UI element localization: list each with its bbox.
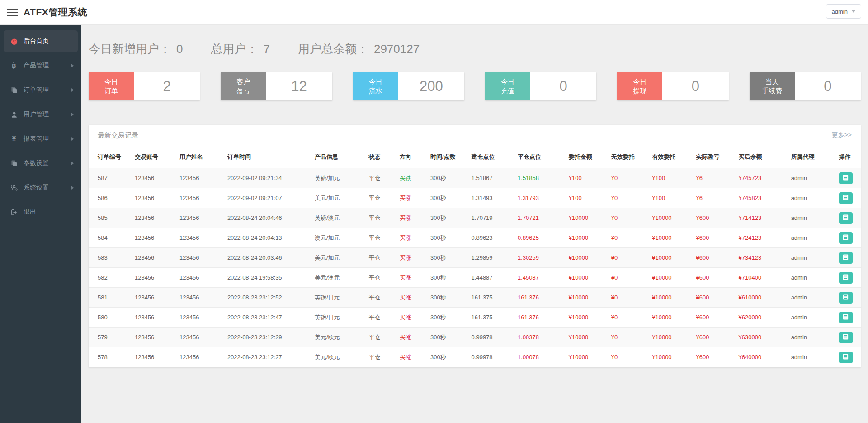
table-row: 5811234561234562022-08-23 23:12:52英镑/日元平… — [89, 288, 861, 308]
view-order-button[interactable] — [839, 332, 853, 343]
cell-action — [835, 328, 861, 347]
cell-time: 2022-08-23 23:12:29 — [224, 328, 311, 347]
cell-direction: 买涨 — [396, 188, 427, 208]
more-link[interactable]: 更多>> — [832, 131, 852, 139]
cell-name: 123456 — [176, 188, 224, 208]
cell-status: 平仓 — [365, 248, 396, 268]
list-icon — [842, 214, 849, 222]
list-icon — [842, 174, 849, 182]
cell-product: 美元/加元 — [311, 188, 365, 208]
cell-action — [835, 288, 861, 308]
cell-name: 123456 — [176, 208, 224, 228]
sidebar-item-products[interactable]: B产品管理 — [4, 55, 78, 76]
cell-status: 平仓 — [365, 308, 396, 328]
cell-invalid: ¥0 — [608, 268, 649, 288]
cell-name: 123456 — [176, 288, 224, 308]
cell-product: 英镑/日元 — [311, 308, 365, 328]
table-row: 5851234561234562022-08-24 20:04:46英镑/澳元平… — [89, 208, 861, 228]
cell-direction: 买涨 — [396, 288, 427, 308]
cell-action — [835, 228, 861, 248]
view-order-button[interactable] — [839, 272, 853, 284]
cell-status: 平仓 — [365, 208, 396, 228]
cell-id: 580 — [89, 308, 131, 328]
cell-profit: ¥600 — [693, 328, 735, 347]
sidebar-item-label: 参数设置 — [24, 159, 49, 167]
cell-action — [835, 347, 861, 367]
gear-icon — [9, 184, 19, 191]
view-order-button[interactable] — [839, 292, 853, 304]
main-content: 今日新增用户：0总用户：7用户总余额：2970127 今日 订单2客户 盈亏12… — [81, 25, 868, 423]
cell-direction: 买涨 — [396, 228, 427, 248]
list-icon — [842, 274, 849, 282]
user-menu-button[interactable]: admin — [826, 4, 861, 19]
stat-card-value: 0 — [795, 72, 861, 100]
column-header-status: 状态 — [365, 146, 396, 168]
cell-time: 2022-08-24 20:04:46 — [224, 208, 311, 228]
cell-invalid: ¥0 — [608, 288, 649, 308]
view-order-button[interactable] — [839, 312, 853, 323]
cell-profit: ¥600 — [693, 248, 735, 268]
sidebar-item-params[interactable]: 参数设置 — [4, 152, 78, 174]
trades-table: 订单编号交易账号用户姓名订单时间产品信息状态方向时间/点数建仓点位平仓点位委托金… — [89, 146, 861, 367]
cell-profit: ¥600 — [693, 228, 735, 248]
cell-amount: ¥10000 — [565, 288, 608, 308]
sidebar-item-home[interactable]: 后台首页 — [4, 30, 78, 52]
cell-product: 英镑/澳元 — [311, 208, 365, 228]
view-order-button[interactable] — [839, 352, 853, 363]
stat-card: 客户 盈亏12 — [221, 72, 332, 100]
cell-balance: ¥640000 — [735, 347, 788, 367]
stat-card-value: 2 — [134, 72, 200, 100]
table-row: 5861234561234562022-09-02 09:21:07美元/加元平… — [89, 188, 861, 208]
cell-direction: 买跌 — [396, 168, 427, 188]
cell-invalid: ¥0 — [608, 328, 649, 347]
stat-card-value: 200 — [398, 72, 464, 100]
view-order-button[interactable] — [839, 172, 853, 184]
sidebar-item-reports[interactable]: ¥报表管理 — [4, 128, 78, 150]
chevron-right-icon — [71, 64, 74, 67]
table-row: 5831234561234562022-08-24 20:03:46美元/加元平… — [89, 248, 861, 268]
cell-amount: ¥100 — [565, 168, 608, 188]
view-order-button[interactable] — [839, 232, 853, 244]
view-order-button[interactable] — [839, 192, 853, 204]
cell-duration: 300秒 — [427, 168, 468, 188]
app-title: ATFX管理系统 — [24, 6, 87, 19]
cell-time: 2022-08-24 20:03:46 — [224, 248, 311, 268]
cell-close: 1.00078 — [514, 347, 565, 367]
column-header-open: 建仓点位 — [468, 146, 514, 168]
view-order-button[interactable] — [839, 252, 853, 264]
stat-item: 总用户：7 — [211, 41, 269, 57]
cell-status: 平仓 — [365, 288, 396, 308]
table-row: 5821234561234562022-08-24 19:58:35美元/澳元平… — [89, 268, 861, 288]
cell-action — [835, 188, 861, 208]
cell-close: 1.70721 — [514, 208, 565, 228]
stats-row: 今日新增用户：0总用户：7用户总余额：2970127 — [89, 41, 861, 57]
cell-name: 123456 — [176, 328, 224, 347]
cell-product: 美元/澳元 — [311, 268, 365, 288]
cell-amount: ¥10000 — [565, 328, 608, 347]
list-icon — [842, 194, 849, 202]
cell-valid: ¥10000 — [648, 288, 692, 308]
cell-open: 0.89623 — [468, 228, 514, 248]
view-order-button[interactable] — [839, 212, 853, 224]
chevron-right-icon — [71, 137, 74, 141]
recent-trades-panel: 最新交易记录 更多>> 订单编号交易账号用户姓名订单时间产品信息状态方向时间/点… — [89, 125, 861, 367]
cell-agent: admin — [788, 188, 835, 208]
sidebar-menu: 后台首页B产品管理订单管理用户管理¥报表管理参数设置系统设置退出 — [0, 30, 81, 223]
stat-value: 0 — [176, 42, 183, 56]
copy-icon — [9, 160, 19, 167]
cell-invalid: ¥0 — [608, 168, 649, 188]
sidebar-item-users[interactable]: 用户管理 — [4, 104, 78, 125]
cell-balance: ¥734123 — [735, 248, 788, 268]
table-row: 5841234561234562022-08-24 20:04:13澳元/加元平… — [89, 228, 861, 248]
cell-status: 平仓 — [365, 228, 396, 248]
cell-id: 579 — [89, 328, 131, 347]
sidebar-item-system[interactable]: 系统设置 — [4, 177, 78, 199]
sidebar-item-logout[interactable]: 退出 — [4, 201, 78, 223]
stat-card: 今日 订单2 — [89, 72, 200, 100]
column-header-profit: 实际盈亏 — [693, 146, 735, 168]
cell-open: 1.70719 — [468, 208, 514, 228]
sidebar-item-orders[interactable]: 订单管理 — [4, 79, 78, 101]
column-header-amount: 委托金额 — [565, 146, 608, 168]
hamburger-menu-icon[interactable] — [7, 7, 18, 18]
cell-balance: ¥710400 — [735, 268, 788, 288]
